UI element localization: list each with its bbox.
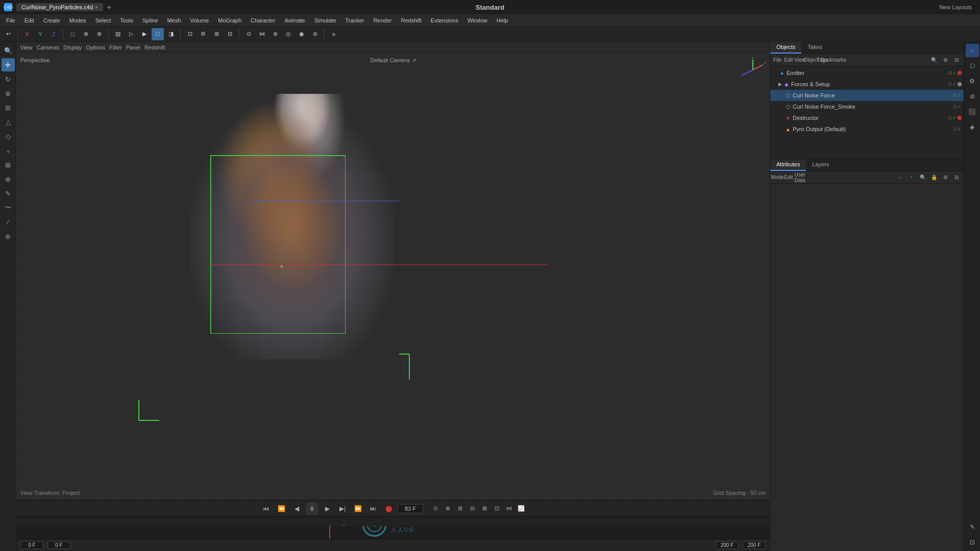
timeline-next-frame[interactable]: ▶|: [336, 503, 349, 515]
right-strip-settings[interactable]: ⚙: [966, 74, 979, 88]
timeline-icon-5[interactable]: ⊠: [479, 504, 489, 514]
left-tool-move[interactable]: ✛: [2, 58, 15, 71]
menu-animate[interactable]: Animate: [280, 16, 309, 24]
menu-help[interactable]: Help: [493, 16, 512, 24]
attr-toolbar-up[interactable]: ↑: [906, 172, 917, 183]
toolbar-render-region[interactable]: ▤: [112, 28, 124, 40]
timeline-track[interactable]: RR RRCG 人人CG: [16, 526, 770, 539]
toolbar-btn2[interactable]: ⊕: [80, 28, 92, 40]
takes-tab[interactable]: Takes: [801, 42, 828, 54]
right-strip-layers[interactable]: ⬛: [966, 105, 979, 118]
menu-simulate[interactable]: Simulate: [310, 16, 340, 24]
left-tool-misc[interactable]: ⊛: [2, 230, 15, 243]
timeline-frame-display[interactable]: 83 F: [398, 504, 423, 513]
menu-mesh[interactable]: Mesh: [163, 16, 185, 24]
menu-spline[interactable]: Spline: [138, 16, 162, 24]
left-tool-snap[interactable]: ⊕: [2, 172, 15, 186]
right-strip-tools[interactable]: ⊘: [966, 90, 979, 103]
attr-toolbar-filter[interactable]: ⊟: [951, 172, 962, 183]
viewport-view-menu[interactable]: View: [20, 44, 33, 51]
left-tool-search[interactable]: 🔍: [2, 44, 15, 57]
toolbar-btn6[interactable]: ⊞: [210, 28, 223, 40]
timeline-pause-button[interactable]: ⏸: [306, 503, 318, 515]
timeline-icon-7[interactable]: ⋈: [504, 504, 514, 514]
attributes-tab[interactable]: Attributes: [770, 159, 806, 171]
timeline-icon-3[interactable]: ⊞: [455, 504, 465, 514]
toolbar-btn13[interactable]: ≡: [328, 28, 340, 40]
toolbar-btn7[interactable]: ⊟: [224, 28, 236, 40]
viewport-redshift-menu[interactable]: Redshift: [144, 44, 165, 51]
menu-tracker[interactable]: Tracker: [341, 16, 369, 24]
left-tool-select[interactable]: ⊞: [2, 101, 15, 114]
tab-close-button[interactable]: ×: [95, 5, 98, 10]
menu-modes[interactable]: Modes: [65, 16, 90, 24]
timeline-current-frame[interactable]: 0 F: [47, 541, 70, 549]
toolbar-btn9[interactable]: ⊛: [269, 28, 281, 40]
timeline-prev-frame[interactable]: ◀: [290, 503, 303, 515]
menu-mograph[interactable]: MoGraph: [214, 16, 246, 24]
attr-toolbar-search[interactable]: 🔍: [918, 172, 928, 183]
toolbar-viewport-shading[interactable]: ⬡: [152, 28, 164, 40]
toolbar-btn5[interactable]: ⚙: [197, 28, 209, 40]
left-tool-smooth[interactable]: 〜: [2, 201, 15, 214]
left-tool-paint[interactable]: ✎: [2, 187, 15, 200]
timeline-icon-graph[interactable]: 📈: [516, 504, 526, 514]
left-tool-point[interactable]: ∘: [2, 144, 15, 157]
timeline-end-frame-right[interactable]: 200 F: [743, 541, 766, 549]
object-item-forces-setup[interactable]: ▶ ◆ Forces & Setup □ ✓: [770, 79, 964, 90]
toolbar-camera[interactable]: ⊙: [242, 28, 255, 40]
right-strip-node[interactable]: ◈: [966, 120, 979, 134]
menu-window[interactable]: Window: [463, 16, 492, 24]
active-tab[interactable]: CurlNoise_PyroParticles.c4d ×: [16, 3, 103, 11]
menu-file[interactable]: File: [2, 16, 19, 24]
viewport-panel-menu[interactable]: Panel: [126, 44, 140, 51]
toolbar-render-active[interactable]: ▶: [138, 28, 151, 40]
attr-toolbar-settings[interactable]: ⚙: [940, 172, 950, 183]
menu-create[interactable]: Create: [39, 16, 64, 24]
obj-toolbar-file[interactable]: File: [772, 55, 782, 65]
attr-toolbar-lock[interactable]: 🔒: [929, 172, 939, 183]
object-item-curl-noise-smoke[interactable]: ⬡ Curl Noise Force_Smoke □ ✓: [770, 101, 964, 112]
menu-tools[interactable]: Tools: [116, 16, 137, 24]
left-tool-scale[interactable]: ⊕: [2, 87, 15, 100]
timeline-forward-end[interactable]: ⏭: [367, 503, 379, 515]
tab-add-button[interactable]: +: [105, 3, 113, 11]
attr-toolbar-back[interactable]: ←: [895, 172, 905, 183]
toolbar-snap[interactable]: ⊡: [184, 28, 196, 40]
timeline-icon-2[interactable]: ⊕: [443, 504, 453, 514]
toolbar-undo[interactable]: ↩: [2, 28, 14, 40]
menu-redshift[interactable]: Redshift: [397, 16, 425, 24]
toolbar-z-axis[interactable]: Z: [47, 28, 60, 40]
viewport-display-menu[interactable]: Display: [63, 44, 82, 51]
timeline-end-frame-left[interactable]: 200 F: [716, 541, 739, 549]
toolbar-btn11[interactable]: ◉: [296, 28, 308, 40]
menu-edit[interactable]: Edit: [20, 16, 38, 24]
obj-toolbar-filter[interactable]: ⊟: [951, 55, 962, 65]
timeline-next-keyframe[interactable]: ⏩: [352, 503, 364, 515]
object-item-emitter[interactable]: ● Emitter □ ✓: [770, 67, 964, 79]
timeline-prev-keyframe[interactable]: ⏪: [275, 503, 287, 515]
right-strip-objects[interactable]: ○: [966, 44, 979, 57]
toolbar-btn1[interactable]: □: [66, 28, 79, 40]
toolbar-btn12[interactable]: ⊘: [309, 28, 321, 40]
viewport-content[interactable]: Perspective Default Camera ↗ X Y Z: [16, 53, 770, 500]
viewport-cameras-menu[interactable]: Cameras: [37, 44, 60, 51]
toolbar-btn10[interactable]: ◎: [282, 28, 295, 40]
left-tool-rotate[interactable]: ↻: [2, 72, 15, 86]
object-item-pyro-output[interactable]: ▲ Pyro Output (Default) □ ✓: [770, 123, 964, 135]
right-strip-materials[interactable]: ⬡: [966, 59, 979, 72]
menu-render[interactable]: Render: [369, 16, 396, 24]
toolbar-btn3[interactable]: ⊗: [93, 28, 105, 40]
left-tool-edge[interactable]: ◇: [2, 130, 15, 143]
timeline-icon-1[interactable]: ⊙: [430, 504, 440, 514]
attr-toolbar-mode[interactable]: Mode: [772, 172, 782, 183]
obj-toolbar-object[interactable]: Object: [806, 55, 816, 65]
left-tool-group[interactable]: ⊠: [2, 158, 15, 171]
viewport-options-menu[interactable]: Options: [86, 44, 105, 51]
obj-toolbar-edit[interactable]: Edit: [783, 55, 794, 65]
right-strip-expand[interactable]: ⊡: [966, 536, 979, 549]
menu-extensions[interactable]: Extensions: [427, 16, 462, 24]
obj-toolbar-bookmarks[interactable]: Bookmarks: [828, 55, 839, 65]
left-tool-poly[interactable]: △: [2, 115, 15, 129]
menu-character[interactable]: Character: [247, 16, 279, 24]
